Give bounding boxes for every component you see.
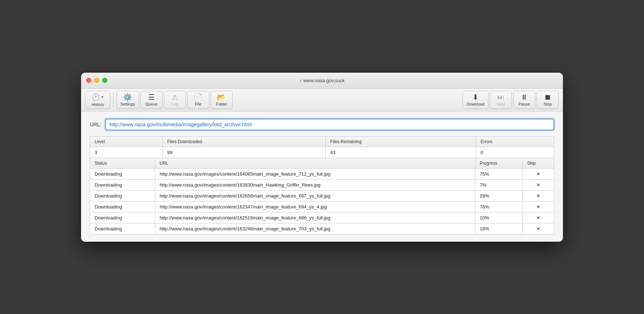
pause-icon: ⏸: [521, 93, 528, 101]
download-url: http://www.nasa.gov/images/content/16383…: [155, 179, 475, 190]
url-input[interactable]: [105, 119, 554, 130]
download-progress: 75%: [475, 168, 522, 179]
content-area: URL: Level Files Downloaded Files Remain…: [81, 111, 563, 242]
table-row: Downloading http://www.nasa.gov/images/c…: [90, 168, 554, 179]
next-icon: ⏭: [497, 93, 505, 101]
history-chevron-icon: ▼: [101, 95, 104, 99]
skip-button[interactable]: ✕: [522, 168, 554, 179]
download-button[interactable]: ⬇ Download: [463, 91, 488, 109]
file-icon: 📄: [193, 93, 203, 101]
download-progress: 7%: [475, 179, 522, 190]
skip-button[interactable]: ✕: [522, 179, 554, 190]
traffic-lights: [86, 78, 107, 83]
queue-icon: ☰: [148, 93, 155, 101]
skip-button[interactable]: ✕: [522, 190, 554, 201]
download-url: http://www.nasa.gov/images/content/16406…: [155, 168, 475, 179]
download-status: Downloading: [90, 201, 155, 212]
table-row: Downloading http://www.nasa.gov/images/c…: [90, 190, 554, 201]
pause-label: Pause: [518, 102, 530, 106]
table-row: Downloading http://www.nasa.gov/images/c…: [90, 223, 554, 234]
history-clock-icon: 🕐: [92, 93, 100, 101]
stats-level: 3: [90, 147, 163, 158]
url-row: URL:: [90, 119, 554, 130]
settings-label: Settings: [120, 102, 135, 106]
window-title: www.nasa.gov.suck: [299, 78, 345, 83]
queue-label: Queue: [145, 102, 157, 106]
download-progress: 10%: [475, 212, 522, 223]
download-progress: 18%: [475, 223, 522, 234]
file-button[interactable]: 📄 File: [187, 91, 209, 109]
download-status: Downloading: [90, 168, 155, 179]
col-header-status: Status: [90, 158, 155, 168]
stats-errors: 0: [476, 147, 554, 158]
col-header-progress: Progress: [475, 158, 522, 168]
toolbar: 🕐 ▼ History ⚙️ Settings ☰ Queue ⚠ Log 📄 …: [81, 89, 563, 111]
next-button[interactable]: ⏭ Next: [490, 91, 512, 109]
stop-icon: ⏹: [544, 93, 551, 101]
stats-files-remaining: 43: [326, 147, 476, 158]
stats-header-files-remaining: Files Remaining: [326, 136, 476, 147]
col-header-url: URL: [155, 158, 475, 168]
pause-button[interactable]: ⏸ Pause: [513, 91, 535, 109]
download-url: http://www.nasa.gov/images/content/16251…: [155, 212, 475, 223]
download-url: http://www.nasa.gov/images/content/16265…: [155, 190, 475, 201]
log-label: Log: [172, 102, 178, 106]
folder-label: Folder: [216, 102, 227, 106]
settings-icon: ⚙️: [123, 93, 132, 101]
queue-button[interactable]: ☰ Queue: [141, 91, 162, 109]
settings-button[interactable]: ⚙️ Settings: [116, 91, 139, 109]
minimize-button[interactable]: [94, 78, 99, 83]
file-label: File: [195, 102, 202, 106]
folder-button[interactable]: 📂 Folder: [211, 91, 233, 109]
stop-label: Stop: [544, 102, 552, 106]
title-bar: www.nasa.gov.suck: [81, 73, 563, 89]
log-icon: ⚠: [172, 93, 178, 101]
skip-button[interactable]: ✕: [522, 223, 554, 234]
separator-1: [113, 92, 114, 107]
download-progress: 28%: [475, 190, 522, 201]
col-header-skip: Skip: [522, 158, 554, 168]
stats-header-errors: Errors: [476, 136, 554, 147]
download-url: http://www.nasa.gov/images/content/16324…: [155, 223, 475, 234]
url-label: URL:: [90, 122, 101, 127]
app-window: www.nasa.gov.suck 🕐 ▼ History ⚙️ Setting…: [81, 73, 563, 242]
download-label: Download: [467, 102, 484, 106]
stats-row: 3 99 43 0: [90, 147, 554, 158]
log-button[interactable]: ⚠ Log: [164, 91, 186, 109]
stats-header-files-downloaded: Files Downloaded: [163, 136, 326, 147]
stats-table: Level Files Downloaded Files Remaining E…: [90, 136, 554, 158]
stats-header-level: Level: [90, 136, 163, 147]
skip-button[interactable]: ✕: [522, 212, 554, 223]
maximize-button[interactable]: [102, 78, 107, 83]
folder-icon: 📂: [217, 93, 226, 101]
next-label: Next: [497, 102, 505, 106]
download-icon: ⬇: [472, 93, 479, 101]
skip-button[interactable]: ✕: [522, 201, 554, 212]
close-button[interactable]: [86, 78, 91, 83]
download-progress: 76%: [475, 201, 522, 212]
stats-files-downloaded: 99: [163, 147, 326, 158]
download-status: Downloading: [90, 179, 155, 190]
download-status: Downloading: [90, 223, 155, 234]
table-row: Downloading http://www.nasa.gov/images/c…: [90, 179, 554, 190]
download-status: Downloading: [90, 212, 155, 223]
downloads-table: Status URL Progress Skip Downloading htt…: [90, 158, 554, 234]
download-status: Downloading: [90, 190, 155, 201]
table-row: Downloading http://www.nasa.gov/images/c…: [90, 201, 554, 212]
download-url: http://www.nasa.gov/images/content/16234…: [155, 201, 475, 212]
history-label: History: [92, 102, 104, 107]
history-button[interactable]: 🕐 ▼ History: [85, 91, 110, 109]
table-row: Downloading http://www.nasa.gov/images/c…: [90, 212, 554, 223]
stop-button[interactable]: ⏹ Stop: [537, 91, 559, 109]
